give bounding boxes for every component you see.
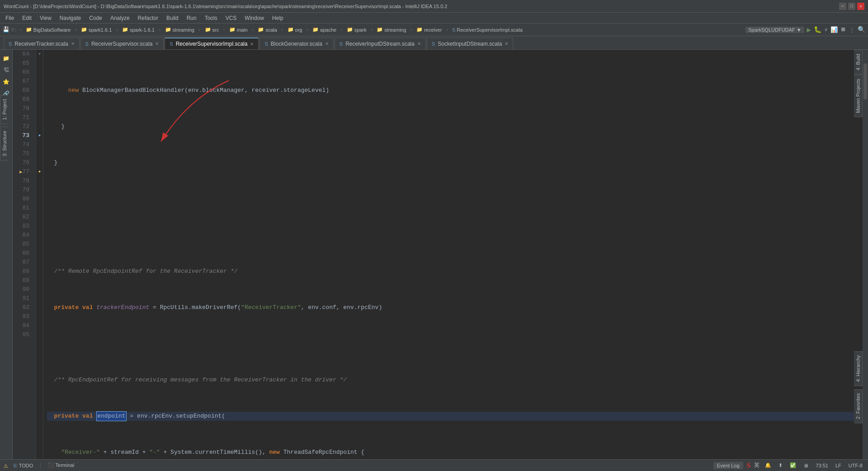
close-tab-receiverinputdstream[interactable]: ✕ [417,41,421,46]
close-tab-socketinputdstream[interactable]: ✕ [505,41,508,46]
line-90: 90 [13,285,32,294]
vert-tab-favorites[interactable]: 2: Favorites [854,389,863,423]
line-88: 88 [13,267,32,276]
scala-logo: S [747,461,751,470]
bc-streaming2[interactable]: 📁 streaming [375,26,408,33]
maximize-button[interactable]: □ [848,3,855,10]
line-92: 92 [13,303,32,312]
line-82: 82 [13,213,32,222]
line-71: 71 [13,113,32,122]
vert-tab-structure[interactable]: 3: Structure [0,127,9,161]
sidebar-favorites-icon[interactable]: ⭐ [1,77,11,87]
vcs-icon[interactable]: ⬆ [777,462,784,469]
line-85: 85 [13,240,32,249]
close-tab-receivertracker[interactable]: ✕ [71,41,75,46]
line-66: 66 [13,68,32,77]
code-line-66: } [47,158,863,167]
code-line-70: private val trackerEndpoint = RpcUtils.m… [47,303,863,312]
run-button[interactable]: ▶ [807,25,811,34]
bc-streaming[interactable]: 📁 streaming [163,26,196,33]
code-line-73: private val endpoint = env.rpcEnv.setupE… [47,412,863,421]
sidebar-structure-icon[interactable]: 🏗 [1,65,11,75]
line-col[interactable]: 73:51 [814,462,830,469]
encoding[interactable]: UTF-8 [847,462,864,469]
menu-build[interactable]: Build [163,14,182,22]
menu-file[interactable]: File [2,14,18,22]
bc-src[interactable]: 📁 src [203,26,221,33]
line-64: 64 [13,50,32,59]
vert-tab-build[interactable]: 4: Build [854,50,863,75]
code-line-72: /** RpcEndpointRef for receiving message… [47,376,863,385]
run-config-selector[interactable]: SparkSQLUDFUDAF ▼ [745,27,804,33]
line-79: 79 [13,186,32,195]
debug-button[interactable]: 🐛 [814,26,821,33]
line-81: 81 [13,204,32,213]
bc-receiver[interactable]: 📁 receiver [415,26,443,33]
todo-button[interactable]: 6: TODO [12,462,35,469]
menu-navigate[interactable]: Navigate [56,14,85,22]
memory-icon[interactable]: 🖥 [802,462,810,469]
right-vert-panel-bottom: 4: Hierarchy 2: Favorites [854,351,863,423]
bc-spark161[interactable]: 📁 spark1.6.1 [79,26,113,33]
tab-blockgenerator[interactable]: S BlockGenerator.scala ✕ [259,38,333,49]
stop-button[interactable]: ⏹ [840,26,846,33]
vert-tab-hierarchy[interactable]: 4: Hierarchy [854,351,863,386]
line-72: 72 [13,122,32,131]
bc-scala[interactable]: 📁 scala [256,26,279,33]
vertical-scrollbar[interactable] [863,50,868,459]
bc-file[interactable]: S ReceiverSupervisorImpl.scala [450,27,524,33]
lang-indicator: 英 [754,461,760,469]
close-button[interactable]: ✕ [857,3,864,10]
menu-run[interactable]: Run [183,14,200,22]
close-tab-receiversupervisor[interactable]: ✕ [155,41,159,46]
search-everywhere[interactable]: 🔍 [858,26,865,33]
line-numbers: 64 65 66 67 68 69 70 71 72 73 74 75 76 ▶… [13,50,36,459]
close-tab-receiversupervisorimpl[interactable]: ✕ [250,42,254,47]
menu-code[interactable]: Code [85,14,106,22]
bc-bigdatasoftware[interactable]: 📁 BigDataSoftware [24,26,73,33]
tab-receiversupervisor[interactable]: S ReceiverSupervisor.scala ✕ [80,38,164,49]
notifications-icon[interactable]: 🔔 [763,462,773,469]
bc-spark-161[interactable]: 📁 spark-1.6.1 [120,26,156,33]
scroll-thumb[interactable] [863,63,867,100]
tab-receivertracker[interactable]: S ReceiverTracker.scala ✕ [4,38,80,49]
fold-64[interactable]: ▼ [38,52,41,57]
line-76: 76 [13,158,32,167]
more-actions[interactable]: ⋮ [849,26,855,33]
tab-receiverinputdstream[interactable]: S ReceiverInputDStream.scala ✕ [335,38,426,49]
bc-apache[interactable]: 📁 apache [311,26,338,33]
line-69: 69 [13,95,32,104]
menu-edit[interactable]: Edit [19,14,35,22]
tab-socketinputdstream[interactable]: S SocketInputDStream.scala ✕ [427,38,513,49]
event-log-button[interactable]: Event Log [713,462,743,469]
line-75: 75 [13,149,32,158]
tasks-icon[interactable]: ✅ [788,462,798,469]
menu-refactor[interactable]: Refactor [134,14,162,22]
terminal-button[interactable]: ⬛ Terminal [46,462,76,469]
code-line-74: "Receiver-" + streamId + "-" + System.cu… [47,448,863,457]
menu-help[interactable]: Help [269,14,287,22]
vert-tab-maven[interactable]: Maven Projects [854,75,863,117]
menu-window[interactable]: Window [241,14,268,22]
minimize-button[interactable]: — [839,3,846,10]
bc-spark[interactable]: 📁 spark [345,26,368,33]
tab-receiversupervisorimpl[interactable]: S ReceiverSupervisorImpl.scala ✕ [165,38,259,49]
line-ending[interactable]: LF [834,462,843,469]
menu-analyze[interactable]: Analyze [107,14,133,22]
code-content[interactable]: new BlockManagerBasedBlockHandler(env.bl… [43,50,863,459]
bc-org[interactable]: 📁 org [286,26,304,33]
sidebar-project-icon[interactable]: 📁 [1,53,11,63]
warning-icon: ⚠ [4,461,8,470]
close-tab-blockgenerator[interactable]: ✕ [325,41,329,46]
bc-main[interactable]: 📁 main [227,26,250,33]
line-91: 91 [13,294,32,303]
code-line-71 [47,339,863,348]
menu-view[interactable]: View [36,14,55,22]
run-with-coverage[interactable]: ⚡ [824,26,828,33]
vert-tab-project[interactable]: 1: Project [0,95,9,124]
profile-button[interactable]: 📊 [830,26,838,33]
menu-tools[interactable]: Tools [201,14,221,22]
line-87: 87 [13,258,32,267]
line-80: 80 [13,195,32,204]
menu-vcs[interactable]: VCS [222,14,241,22]
